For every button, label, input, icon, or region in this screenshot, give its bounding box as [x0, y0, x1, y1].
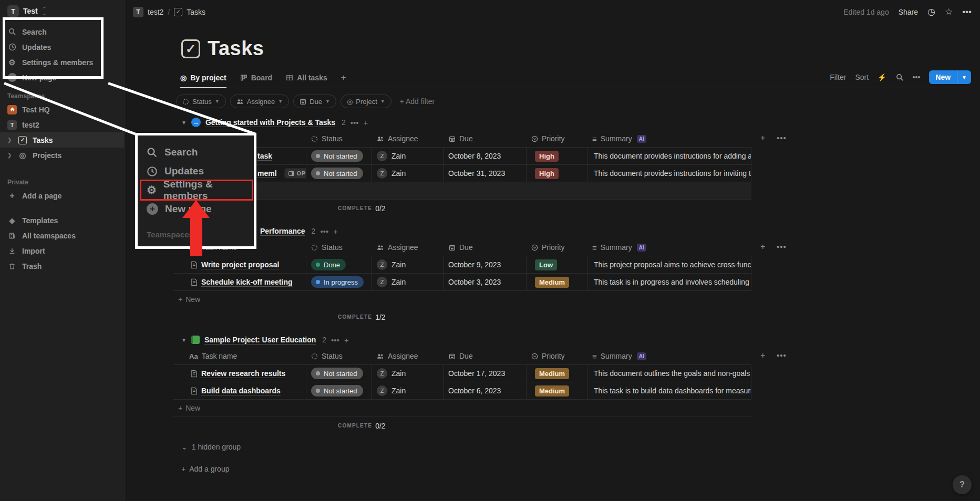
add-column-icon[interactable]: + [760, 133, 765, 143]
assignee-name[interactable]: Zain [391, 260, 406, 269]
priority-badge[interactable]: High [535, 151, 559, 162]
table-row[interactable]: Schedule kick-off meeting In progress ZZ… [173, 274, 751, 291]
chevron-right-icon[interactable]: ❯ [7, 152, 13, 158]
table-row[interactable]: Build data dashboards Not started ZZain … [173, 382, 751, 400]
breadcrumb-workspace[interactable]: test2 [148, 8, 163, 16]
column-summary[interactable]: ≡SummaryAI [587, 130, 751, 147]
add-view-button[interactable]: + [341, 72, 346, 88]
filter-button[interactable]: Filter [830, 73, 846, 81]
table-row[interactable]: Review research results Not started ZZai… [173, 365, 751, 382]
column-status[interactable]: Status [306, 130, 372, 147]
filter-chip-status[interactable]: Status▼ [176, 95, 226, 108]
sort-button[interactable]: Sort [855, 73, 869, 81]
sidebar-item-import[interactable]: Import [0, 243, 124, 258]
help-button[interactable]: ? [953, 475, 972, 494]
task-name[interactable]: Schedule kick-off meeting [201, 278, 292, 286]
status-badge[interactable]: Not started [311, 385, 363, 396]
sidebar-item-updates[interactable]: Updates [0, 39, 124, 55]
group-more-icon[interactable]: ••• [320, 227, 328, 236]
new-row-button[interactable]: +New [173, 291, 751, 308]
task-name[interactable]: Review research results [201, 369, 285, 378]
tab-by-project[interactable]: ◎ By project [180, 72, 226, 88]
column-due[interactable]: Due [444, 348, 527, 364]
group-title[interactable]: Sample Project: User Education [204, 336, 316, 344]
due-date[interactable]: October 3, 2023 [444, 274, 527, 290]
group-title[interactable]: Getting started with Projects & Tasks [205, 118, 335, 127]
sidebar-item-new-page[interactable]: + New page [0, 70, 124, 85]
due-date[interactable]: October 31, 2023 [444, 165, 527, 182]
assignee-name[interactable]: Zain [391, 387, 406, 395]
group-add-icon[interactable]: + [364, 118, 368, 127]
status-badge[interactable]: Done [311, 259, 346, 270]
due-date[interactable]: October 6, 2023 [444, 382, 527, 399]
group-add-icon[interactable]: + [344, 336, 349, 345]
new-row-hover[interactable] [173, 182, 751, 200]
column-assignee[interactable]: Assignee [372, 130, 444, 147]
status-badge[interactable]: In progress [311, 276, 364, 288]
sidebar-item-all-teamspaces[interactable]: All teamspaces [0, 228, 124, 243]
sidebar-item-tasks[interactable]: ❯ ✓ Tasks [0, 132, 124, 148]
zap-icon[interactable]: ⚡ [878, 73, 886, 81]
summary-cell[interactable]: This task is to build data dashboards fo… [587, 382, 751, 399]
task-name[interactable]: task [257, 152, 272, 160]
task-name[interactable]: Write project proposal [201, 260, 279, 269]
summary-cell[interactable]: This task is in progress and involves sc… [587, 274, 751, 290]
assignee-name[interactable]: Zain [391, 278, 406, 286]
task-name[interactable]: meml [257, 169, 277, 178]
group-title[interactable]: Performance [260, 227, 305, 235]
more-icon[interactable]: ••• [913, 73, 921, 81]
column-priority[interactable]: Priority [527, 239, 587, 256]
column-due[interactable]: Due [444, 239, 527, 256]
summary-cell[interactable]: This project proposal aims to achieve cr… [587, 256, 751, 273]
add-filter-button[interactable]: + Add filter [400, 97, 435, 106]
task-name[interactable]: Build data dashboards [201, 387, 281, 395]
breadcrumb-page[interactable]: Tasks [187, 8, 205, 16]
filter-chip-assignee[interactable]: Assignee▼ [230, 95, 289, 108]
status-badge[interactable]: Not started [311, 368, 363, 379]
table-more-icon[interactable]: ••• [777, 351, 787, 360]
column-task-name[interactable]: AaTask name [173, 239, 306, 256]
new-row-button[interactable]: +New [173, 400, 751, 417]
status-badge[interactable]: Not started [311, 168, 363, 179]
share-button[interactable]: Share [899, 8, 918, 16]
group-more-icon[interactable]: ••• [331, 336, 339, 345]
column-summary[interactable]: ≡SummaryAI [587, 239, 751, 256]
open-button[interactable]: OPEN [285, 169, 306, 178]
more-icon[interactable]: ••• [962, 7, 972, 17]
assignee-name[interactable]: Zain [391, 169, 406, 178]
add-column-icon[interactable]: + [760, 242, 765, 252]
filter-chip-project[interactable]: ◎ Project▼ [341, 95, 391, 108]
filter-chip-due[interactable]: Due▼ [293, 95, 336, 108]
clock-icon[interactable]: ◷ [927, 6, 935, 17]
priority-badge[interactable]: High [535, 168, 559, 179]
sidebar-item-add-page[interactable]: + Add a page [0, 188, 124, 203]
table-row[interactable]: task Not started ZZain October 8, 2023 H… [173, 148, 751, 165]
tab-all-tasks[interactable]: All tasks [286, 72, 327, 88]
due-date[interactable]: October 9, 2023 [444, 256, 527, 273]
column-task-name[interactable]: AaTask name [173, 348, 306, 364]
priority-badge[interactable]: Medium [535, 368, 569, 379]
column-assignee[interactable]: Assignee [372, 239, 444, 256]
assignee-name[interactable]: Zain [391, 152, 406, 160]
chevron-down-icon[interactable]: ▼ [957, 70, 971, 84]
sidebar-item-test2[interactable]: T test2 [0, 117, 124, 132]
sidebar-item-templates[interactable]: ◈ Templates [0, 213, 124, 228]
column-task-name[interactable]: AaTask name [173, 130, 306, 147]
column-due[interactable]: Due [444, 130, 527, 147]
summary-cell[interactable]: This document outlines the goals and non… [587, 365, 751, 382]
priority-badge[interactable]: Medium [535, 385, 569, 396]
column-assignee[interactable]: Assignee [372, 348, 444, 364]
chevron-right-icon[interactable]: ❯ [7, 137, 13, 143]
sidebar-item-test-hq[interactable]: Test HQ [0, 102, 124, 117]
hidden-group-toggle[interactable]: ⌄ 1 hidden group [181, 443, 962, 451]
priority-badge[interactable]: Medium [535, 277, 569, 288]
sidebar-item-search[interactable]: Search [0, 24, 124, 39]
group-toggle-icon[interactable]: ▼ [181, 120, 187, 126]
add-column-icon[interactable]: + [760, 351, 765, 360]
page-icon-checkbox[interactable]: ✓ [181, 39, 200, 58]
group-add-icon[interactable]: + [333, 227, 338, 236]
priority-badge[interactable]: Low [535, 259, 557, 270]
group-more-icon[interactable]: ••• [350, 118, 359, 127]
column-status[interactable]: Status [306, 239, 372, 256]
sidebar-item-projects[interactable]: ❯ ◎ Projects [0, 148, 124, 163]
